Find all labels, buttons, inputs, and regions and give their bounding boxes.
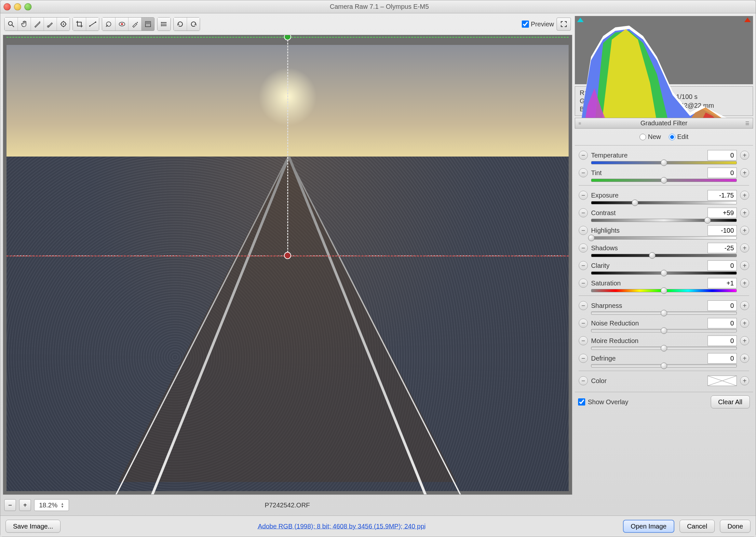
shadows-value-input[interactable] [707, 243, 737, 253]
contrast-minus-button[interactable]: − [579, 208, 588, 217]
hand-tool[interactable] [18, 18, 31, 31]
zoom-out-button[interactable]: − [4, 499, 16, 511]
tint-slider-track[interactable] [591, 179, 737, 182]
defringe-slider-thumb[interactable] [661, 362, 667, 369]
workflow-options-link[interactable]: Adobe RGB (1998); 8 bit; 4608 by 3456 (1… [258, 523, 426, 530]
defringe-plus-button[interactable]: + [740, 354, 749, 363]
rotate-cw-tool[interactable] [187, 18, 200, 31]
noise-slider-track[interactable] [591, 329, 737, 332]
mode-edit-radio[interactable] [669, 134, 675, 140]
shadows-minus-button[interactable]: − [579, 243, 588, 253]
save-image-button[interactable]: Save Image... [6, 520, 60, 533]
gradient-bottom-handle[interactable] [284, 252, 291, 259]
sharpness-slider-thumb[interactable] [661, 310, 667, 316]
saturation-slider-track[interactable] [591, 289, 737, 292]
color-sampler-tool[interactable] [44, 18, 57, 31]
temperature-slider-thumb[interactable] [661, 159, 667, 166]
exposure-minus-button[interactable]: − [579, 191, 588, 200]
clarity-slider-thumb[interactable] [661, 270, 667, 276]
saturation-value-input[interactable] [707, 278, 737, 288]
shadows-slider-thumb[interactable] [649, 252, 656, 259]
highlights-plus-button[interactable]: + [740, 226, 749, 235]
color-swatch[interactable] [707, 376, 737, 386]
white-balance-tool[interactable] [31, 18, 44, 31]
noise-value-input[interactable] [707, 318, 737, 328]
shadows-plus-button[interactable]: + [740, 243, 749, 253]
exposure-value-input[interactable] [707, 190, 737, 200]
moire-minus-button[interactable]: − [579, 336, 588, 345]
highlights-value-input[interactable] [707, 225, 737, 236]
zoom-stepper-icon[interactable]: ▲▼ [61, 502, 64, 508]
tint-value-input[interactable] [707, 168, 737, 178]
zoom-tool[interactable] [5, 18, 18, 31]
histogram-panel[interactable] [575, 16, 753, 84]
straighten-tool[interactable] [86, 18, 99, 31]
highlights-slider-thumb[interactable] [588, 235, 595, 241]
exposure-slider-thumb[interactable] [632, 199, 638, 206]
contrast-value-input[interactable] [707, 208, 737, 218]
temperature-value-input[interactable] [707, 150, 737, 160]
sharpness-minus-button[interactable]: − [579, 301, 588, 310]
temperature-minus-button[interactable]: − [579, 151, 588, 160]
shadows-slider-track[interactable] [591, 254, 737, 257]
open-image-button[interactable]: Open Image [623, 520, 674, 533]
clarity-minus-button[interactable]: − [579, 261, 588, 270]
image-preview-panel[interactable] [3, 35, 572, 495]
gradient-center-line[interactable] [287, 37, 288, 256]
contrast-slider-track[interactable] [591, 219, 737, 222]
exposure-plus-button[interactable]: + [740, 191, 749, 200]
drag-handle-icon[interactable]: ≡ [578, 121, 581, 126]
moire-slider-thumb[interactable] [661, 345, 667, 351]
noise-slider-thumb[interactable] [661, 327, 667, 334]
highlights-slider-track[interactable] [591, 236, 737, 239]
preview-checkbox[interactable]: Preview [522, 21, 554, 28]
exposure-slider-track[interactable] [591, 201, 737, 204]
highlight-clipping-icon[interactable] [744, 18, 751, 22]
graduated-filter-tool[interactable] [141, 18, 154, 31]
defringe-slider-track[interactable] [591, 364, 737, 367]
crop-tool[interactable] [73, 18, 86, 31]
temperature-slider-track[interactable] [591, 161, 737, 164]
panel-menu-icon[interactable]: ☰ [745, 121, 749, 126]
targeted-adjustment-tool[interactable] [57, 18, 70, 31]
zoom-in-button[interactable]: + [19, 499, 31, 511]
mode-edit[interactable]: Edit [669, 133, 688, 141]
sharpness-slider-track[interactable] [591, 311, 737, 315]
cancel-button[interactable]: Cancel [680, 520, 715, 533]
noise-plus-button[interactable]: + [740, 319, 749, 328]
tint-minus-button[interactable]: − [579, 168, 588, 177]
clarity-value-input[interactable] [707, 260, 737, 271]
contrast-slider-thumb[interactable] [704, 217, 711, 224]
zoom-level-field[interactable]: 18.2% ▲▼ [34, 499, 69, 511]
panel-header[interactable]: ≡ Graduated Filter ☰ [575, 118, 753, 129]
contrast-plus-button[interactable]: + [740, 208, 749, 217]
fullscreen-button[interactable] [556, 18, 571, 31]
spot-removal-tool[interactable] [102, 18, 115, 31]
sharpness-plus-button[interactable]: + [740, 301, 749, 310]
clarity-plus-button[interactable]: + [740, 261, 749, 270]
preview-checkbox-input[interactable] [522, 21, 529, 28]
temperature-plus-button[interactable]: + [740, 151, 749, 160]
rotate-ccw-tool[interactable] [174, 18, 187, 31]
sharpness-value-input[interactable] [707, 300, 737, 311]
saturation-slider-thumb[interactable] [661, 287, 667, 294]
color-minus-button[interactable]: − [579, 376, 588, 385]
moire-plus-button[interactable]: + [740, 336, 749, 345]
moire-value-input[interactable] [707, 336, 737, 346]
defringe-value-input[interactable] [707, 353, 737, 363]
clarity-slider-track[interactable] [591, 271, 737, 275]
show-overlay-checkbox[interactable] [578, 398, 585, 405]
preferences-tool[interactable] [158, 18, 170, 31]
gradient-top-handle[interactable] [284, 35, 291, 40]
minimize-window-button[interactable] [14, 3, 21, 10]
shadow-clipping-icon[interactable] [577, 18, 584, 22]
color-plus-button[interactable]: + [740, 376, 749, 385]
done-button[interactable]: Done [720, 520, 750, 533]
red-eye-removal-tool[interactable] [115, 18, 128, 31]
saturation-minus-button[interactable]: − [579, 279, 588, 288]
moire-slider-track[interactable] [591, 347, 737, 350]
mode-new-radio[interactable] [640, 134, 646, 140]
tint-plus-button[interactable]: + [740, 168, 749, 177]
noise-minus-button[interactable]: − [579, 319, 588, 328]
highlights-minus-button[interactable]: − [579, 226, 588, 235]
